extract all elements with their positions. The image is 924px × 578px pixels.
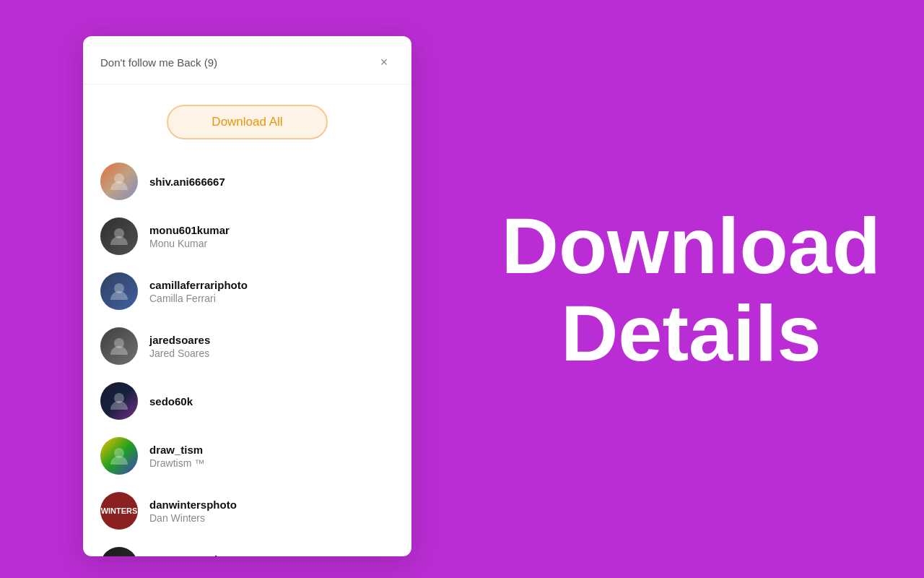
- username-label: monu601kumar: [149, 224, 230, 236]
- user-info: jaredsoaresJared Soares: [149, 334, 210, 359]
- avatar-icon: [108, 170, 131, 193]
- username-label: natgeoyourshot: [149, 553, 288, 557]
- download-all-section: Download All: [83, 85, 411, 154]
- username-label: sedo60k: [149, 395, 193, 407]
- avatar-icon: [108, 225, 131, 248]
- modal-header: Don't follow me Back (9) ×: [83, 36, 411, 85]
- avatar: [100, 382, 138, 420]
- avatar: [100, 163, 138, 200]
- username-label: jaredsoares: [149, 334, 210, 346]
- user-info: camillaferrariphotoCamilla Ferrari: [149, 279, 248, 304]
- background-text-line2: Details: [501, 289, 881, 376]
- close-button[interactable]: ×: [374, 52, 394, 72]
- username-label: camillaferrariphoto: [149, 279, 248, 291]
- avatar-icon: [108, 280, 131, 303]
- list-item[interactable]: YOUR SHOTnatgeoyourshotNational Geograph…: [83, 538, 411, 556]
- avatar-icon: [108, 444, 131, 467]
- user-info: natgeoyourshotNational Geographic Your S…: [149, 553, 288, 557]
- download-all-button[interactable]: Download All: [167, 105, 327, 139]
- avatar-text: WINTERS: [101, 506, 138, 515]
- avatar-icon: [108, 335, 131, 358]
- display-name-label: Camilla Ferrari: [149, 293, 248, 304]
- background-text-line1: Download: [501, 202, 881, 289]
- avatar: [100, 217, 138, 255]
- modal: Don't follow me Back (9) × Download All …: [83, 36, 411, 556]
- user-info: sedo60k: [149, 395, 193, 407]
- display-name-label: Jared Soares: [149, 348, 210, 359]
- list-item[interactable]: draw_tismDrawtism ™: [83, 428, 411, 483]
- username-label: shiv.ani666667: [149, 176, 225, 188]
- user-info: danwintersphotoDan Winters: [149, 499, 237, 524]
- list-item[interactable]: jaredsoaresJared Soares: [83, 319, 411, 374]
- user-list[interactable]: shiv.ani666667monu601kumarMonu Kumarcami…: [83, 154, 411, 556]
- avatar: [100, 437, 138, 475]
- list-item[interactable]: monu601kumarMonu Kumar: [83, 209, 411, 264]
- avatar: YOUR SHOT: [100, 547, 138, 556]
- list-item[interactable]: sedo60k: [83, 374, 411, 428]
- username-label: danwintersphoto: [149, 499, 237, 511]
- list-item[interactable]: shiv.ani666667: [83, 154, 411, 209]
- user-info: shiv.ani666667: [149, 176, 225, 188]
- avatar-icon: [108, 389, 131, 413]
- user-info: monu601kumarMonu Kumar: [149, 224, 230, 249]
- display-name-label: Dan Winters: [149, 512, 237, 524]
- display-name-label: Monu Kumar: [149, 238, 230, 249]
- modal-title: Don't follow me Back (9): [100, 56, 217, 69]
- background-text: Download Details: [501, 202, 881, 376]
- list-item[interactable]: WINTERSdanwintersphotoDan Winters: [83, 483, 411, 538]
- avatar: [100, 272, 138, 310]
- avatar: [100, 327, 138, 365]
- username-label: draw_tism: [149, 444, 204, 456]
- list-item[interactable]: camillaferrariphotoCamilla Ferrari: [83, 264, 411, 319]
- user-info: draw_tismDrawtism ™: [149, 444, 204, 469]
- avatar: WINTERS: [100, 492, 138, 530]
- display-name-label: Drawtism ™: [149, 457, 204, 469]
